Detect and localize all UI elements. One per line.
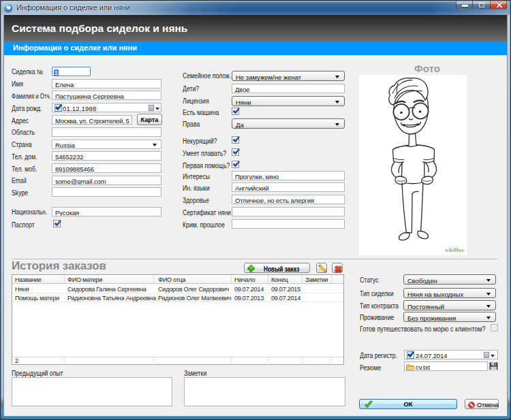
- svg-text:wikiHow: wikiHow: [445, 247, 465, 253]
